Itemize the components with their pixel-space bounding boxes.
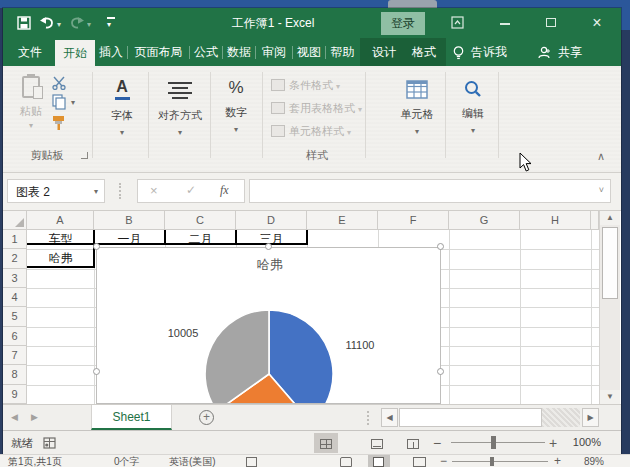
cell-A1[interactable]: 车型 [27, 230, 94, 249]
tab-help[interactable]: 帮助 [328, 38, 357, 66]
tab-review[interactable]: 审阅 [259, 38, 289, 66]
row-header-4[interactable]: 4 [3, 288, 27, 307]
tab-formulas[interactable]: 公式 [192, 38, 220, 66]
worksheet-grid[interactable]: ABCDEFGH123456789车型一月二月三月哈弗 哈弗 10005 111… [3, 211, 621, 404]
close-icon[interactable]: × [583, 8, 611, 38]
word-read-mode-icon[interactable] [340, 457, 352, 467]
column-header-F[interactable]: F [378, 211, 449, 230]
ribbon-display-options-icon[interactable] [443, 8, 471, 38]
editing-group-button[interactable]: 编辑 ▾ [451, 72, 495, 162]
vertical-scroll-thumb[interactable] [602, 227, 618, 299]
copy-dropdown-icon[interactable]: ▾ [71, 99, 75, 107]
zoom-in-icon[interactable]: + [549, 435, 557, 451]
column-header-E[interactable]: E [307, 211, 378, 230]
sheet-nav-left-icon[interactable]: ◀ [11, 412, 18, 422]
row-header-6[interactable]: 6 [3, 327, 27, 346]
tab-share[interactable]: 共享 [553, 38, 587, 66]
word-zoom-level[interactable]: 89% [572, 455, 604, 467]
font-group-button[interactable]: A 字体 ▾ [99, 72, 145, 162]
name-box[interactable]: 图表 2 ▾ [7, 179, 105, 203]
select-all-corner[interactable] [3, 211, 27, 230]
collapse-ribbon-icon[interactable]: ∧ [597, 150, 605, 163]
row-header-3[interactable]: 3 [3, 269, 27, 288]
scroll-up-icon[interactable]: ▲ [600, 211, 620, 225]
view-normal-button[interactable] [314, 433, 338, 453]
sheet-nav-right-icon[interactable]: ▶ [31, 412, 38, 422]
row-header-2[interactable]: 2 [3, 249, 27, 269]
tab-chart-design[interactable]: 设计 [366, 38, 402, 66]
row-header-1[interactable]: 1 [3, 230, 27, 249]
cells-group-button[interactable]: 单元格 ▾ [393, 72, 441, 162]
macro-record-icon[interactable] [43, 437, 56, 449]
chart-handle-top-middle[interactable] [265, 243, 272, 250]
word-proofing-icon[interactable] [246, 457, 257, 467]
tab-file[interactable]: 文件 [13, 38, 47, 66]
view-page-layout-button[interactable] [365, 433, 389, 453]
formula-input[interactable]: ˅ [249, 179, 611, 203]
vertical-scrollbar[interactable]: ▲ ▼ [599, 211, 620, 404]
word-page-info[interactable]: 第1页,共1页 [8, 455, 62, 467]
horizontal-scroll-track[interactable] [542, 408, 580, 427]
chart-handle-top-left[interactable] [93, 243, 100, 250]
word-zoom-out-icon[interactable]: − [440, 454, 447, 467]
zoom-slider-track[interactable] [451, 442, 545, 443]
row-header-5[interactable]: 5 [3, 307, 27, 327]
horizontal-scroll-thumb[interactable] [399, 408, 542, 427]
zoom-slider-thumb[interactable] [491, 436, 496, 449]
cancel-x-icon[interactable]: × [150, 183, 158, 198]
zoom-out-icon[interactable]: − [433, 435, 441, 451]
save-icon[interactable] [17, 16, 31, 30]
word-print-layout-button[interactable] [368, 455, 390, 467]
tab-view[interactable]: 视图 [295, 38, 323, 66]
minimize-icon[interactable] [491, 8, 519, 38]
view-page-break-button[interactable] [401, 433, 425, 453]
tab-home[interactable]: 开始 [55, 40, 95, 66]
scroll-down-icon[interactable]: ▼ [600, 390, 620, 404]
format-painter-icon[interactable] [51, 115, 67, 131]
row-header-9[interactable]: 9 [3, 385, 27, 404]
formula-bar-expand-icon[interactable]: ˅ [599, 185, 604, 195]
undo-dropdown-icon[interactable]: ▾ [57, 20, 61, 29]
tab-tell-me[interactable]: 告诉我 [469, 38, 509, 66]
row-header-7[interactable]: 7 [3, 346, 27, 365]
tab-page-layout[interactable]: 页面布局 [130, 38, 187, 66]
row-header-8[interactable]: 8 [3, 365, 27, 385]
word-word-count[interactable]: 0个字 [114, 455, 140, 467]
tab-data[interactable]: 数据 [225, 38, 253, 66]
column-header-D[interactable]: D [236, 211, 307, 230]
copy-icon[interactable] [51, 94, 67, 110]
cell-styles-button[interactable]: 单元格样式 ▾ [271, 124, 351, 140]
word-web-layout-icon[interactable] [413, 457, 426, 467]
chart-handle-top-right[interactable] [437, 243, 444, 250]
word-language[interactable]: 英语(美国) [169, 455, 216, 467]
number-group-button[interactable]: % 数字 ▾ [215, 72, 257, 162]
clipboard-dialog-launcher-icon[interactable] [81, 152, 88, 159]
undo-icon[interactable] [39, 15, 55, 30]
pie-chart[interactable]: 哈弗 10005 11100 [96, 247, 441, 404]
pie-plot-area[interactable] [97, 248, 441, 404]
column-header-G[interactable]: G [449, 211, 520, 230]
word-zoom-track[interactable] [452, 461, 548, 462]
word-zoom-thumb[interactable] [490, 457, 494, 466]
cut-icon[interactable] [51, 76, 67, 90]
hscroll-right-icon[interactable]: ▶ [582, 408, 599, 427]
hscroll-left-icon[interactable]: ◀ [381, 408, 398, 427]
chart-handle-middle-right[interactable] [437, 368, 444, 375]
word-zoom-in-icon[interactable]: + [554, 454, 561, 467]
customize-quick-access-icon[interactable]: ▾ [107, 17, 115, 29]
column-header-B[interactable]: B [94, 211, 165, 230]
new-sheet-icon[interactable]: + [199, 410, 214, 425]
alignment-group-button[interactable]: 对齐方式 ▾ [153, 72, 207, 162]
redo-icon[interactable] [69, 15, 85, 30]
sign-in-button[interactable]: 登录 [381, 12, 425, 35]
zoom-level[interactable]: 100% [563, 436, 601, 448]
tab-chart-format[interactable]: 格式 [405, 38, 443, 66]
format-as-table-button[interactable]: 套用表格格式 ▾ [271, 101, 362, 117]
name-box-dropdown-icon[interactable]: ▾ [94, 188, 98, 196]
insert-function-fx-icon[interactable]: fx [220, 183, 229, 198]
sheet-tab-active[interactable]: Sheet1 [91, 405, 172, 430]
enter-check-icon[interactable]: ✓ [186, 183, 196, 197]
column-header-A[interactable]: A [27, 211, 94, 230]
maximize-icon[interactable] [537, 8, 565, 38]
column-header-C[interactable]: C [165, 211, 236, 230]
